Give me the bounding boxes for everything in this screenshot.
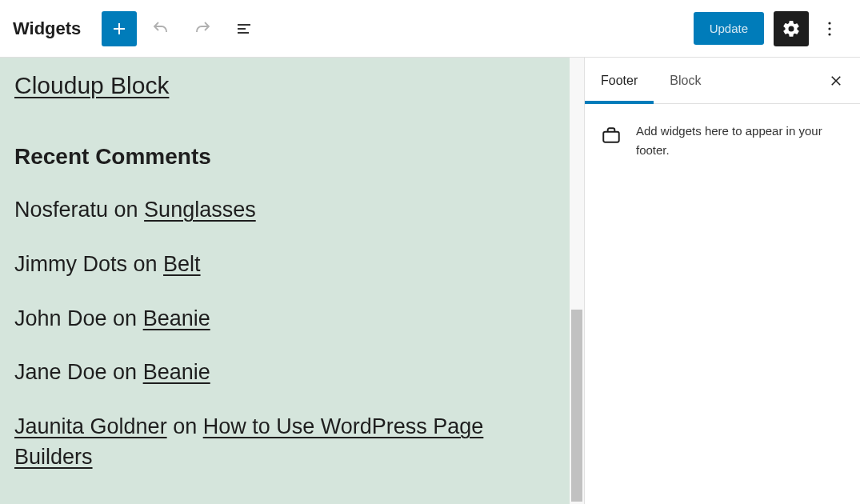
svg-point-5 (828, 22, 830, 24)
comment-author: Jane Doe (14, 360, 107, 384)
comment-connector: on (167, 414, 203, 438)
comment-author: John Doe (14, 306, 107, 330)
scrollbar-thumb[interactable] (571, 310, 582, 502)
comment-post-link[interactable]: Sunglasses (144, 198, 256, 222)
sidebar-description: Add widgets here to appear in your foote… (636, 122, 844, 160)
comment-item: Jaunita Goldner on How to Use WordPress … (14, 412, 555, 473)
tab-block[interactable]: Block (654, 58, 717, 103)
briefcase-icon (601, 125, 622, 146)
kebab-icon (820, 19, 839, 38)
cloudup-link-wrap: Cloudup Block (14, 72, 555, 99)
comment-author: Jimmy Dots (14, 252, 127, 276)
comment-item: Nosferatu on Sunglasses (14, 195, 555, 226)
settings-button[interactable] (774, 11, 809, 46)
comment-connector: on (107, 360, 143, 384)
top-toolbar: Widgets Update (0, 0, 860, 58)
svg-point-6 (828, 27, 830, 30)
svg-point-7 (828, 33, 830, 35)
gear-icon (782, 19, 801, 38)
undo-icon (151, 19, 170, 38)
canvas-wrap: Cloudup Block Recent Comments Nosferatu … (0, 58, 584, 504)
toolbar-left: Widgets (13, 11, 262, 46)
editor-body: Cloudup Block Recent Comments Nosferatu … (0, 58, 860, 504)
comment-item: John Doe on Beanie (14, 304, 555, 334)
comment-item: Jane Doe on Beanie (14, 358, 555, 388)
tab-footer[interactable]: Footer (585, 58, 654, 103)
comment-author: Nosferatu (14, 198, 108, 222)
comment-item: Jimmy Dots on Belt (14, 250, 555, 280)
recent-comments-heading: Recent Comments (14, 144, 555, 170)
comment-post-link[interactable]: Beanie (143, 306, 210, 330)
comment-connector: on (108, 198, 144, 222)
close-icon (829, 74, 843, 88)
sidebar-panel: Add widgets here to appear in your foote… (585, 104, 860, 178)
add-block-button[interactable] (102, 11, 137, 46)
more-options-button[interactable] (812, 11, 847, 46)
settings-sidebar: Footer Block Add widgets here to appear … (584, 58, 860, 504)
cloudup-link[interactable]: Cloudup Block (14, 72, 169, 98)
redo-button[interactable] (185, 11, 220, 46)
list-view-button[interactable] (226, 11, 262, 46)
comment-connector: on (127, 252, 163, 276)
recent-comments-list: Nosferatu on SunglassesJimmy Dots on Bel… (14, 195, 555, 473)
update-button[interactable]: Update (694, 12, 764, 45)
svg-rect-10 (603, 132, 619, 142)
redo-icon (193, 19, 212, 38)
comment-post-link[interactable]: Belt (163, 252, 201, 276)
close-sidebar-button[interactable] (820, 58, 852, 103)
comment-connector: on (107, 306, 143, 330)
comment-author-link[interactable]: Jaunita Goldner (14, 414, 167, 438)
comment-post-link[interactable]: Beanie (143, 360, 210, 384)
undo-button[interactable] (143, 11, 178, 46)
scrollbar-track[interactable] (570, 58, 584, 504)
page-title: Widgets (13, 18, 81, 39)
widget-area-icon (601, 125, 622, 146)
plus-icon (110, 19, 129, 38)
sidebar-tabs: Footer Block (585, 58, 860, 104)
widget-canvas[interactable]: Cloudup Block Recent Comments Nosferatu … (0, 58, 570, 504)
list-view-icon (234, 19, 254, 38)
